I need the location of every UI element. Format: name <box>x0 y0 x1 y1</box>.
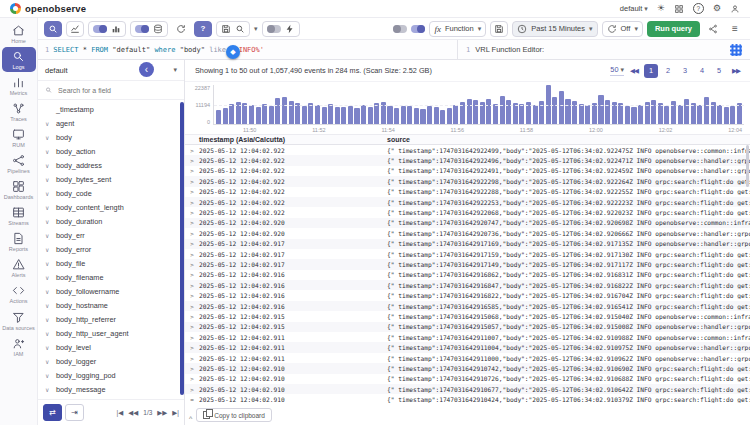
sql-query-editor[interactable]: 1SELECT * FROM "default" where "body" li… <box>38 40 458 59</box>
ai-assistant-button[interactable]: ◆ <box>226 45 240 59</box>
expand-row-icon[interactable]: > <box>185 365 199 372</box>
per-page-selector[interactable]: 50 ▾ <box>610 65 624 76</box>
assist-button[interactable]: ? <box>194 21 212 37</box>
nav-item-datasources[interactable]: Data sources <box>2 308 36 333</box>
field-item-body_logging_pod[interactable]: ∨body_logging_pod <box>38 368 184 382</box>
field-item-body_http_user_agent[interactable]: ∨body_http_user_agent <box>38 326 184 340</box>
expand-row-icon[interactable]: > <box>185 199 199 206</box>
field-item-body_bytes_sent[interactable]: ∨body_bytes_sent <box>38 172 184 186</box>
stream-selector[interactable]: default ▾ <box>38 60 184 81</box>
table-row[interactable]: >2025-05-12 12:04:02.922{"_timestamp":17… <box>185 155 750 165</box>
app-logo[interactable]: openobserve <box>10 3 86 14</box>
field-item-body_address[interactable]: ∨body_address <box>38 158 184 172</box>
field-item-body_file[interactable]: ∨body_file <box>38 256 184 270</box>
expand-row-icon[interactable]: > <box>185 282 199 289</box>
page-button-5[interactable]: 5 <box>712 64 726 78</box>
timestamp-column-header[interactable]: timestamp (Asia/Calcutta) <box>185 136 387 143</box>
saved-views-group[interactable] <box>216 21 250 37</box>
expand-row-icon[interactable]: > <box>185 344 199 351</box>
nav-item-home[interactable]: Home <box>2 21 36 46</box>
nav-item-metrics[interactable]: Metrics <box>2 73 36 98</box>
table-row[interactable]: =2025-05-12 12:04:02.910{"_timestamp":17… <box>185 394 750 404</box>
field-item-body_err[interactable]: ∨body_err <box>38 228 184 242</box>
prev-pages-button[interactable]: ◀◀ <box>630 67 638 75</box>
expand-row-icon[interactable]: > <box>185 209 199 216</box>
help-icon[interactable]: ? <box>693 3 704 14</box>
nav-item-alerts[interactable]: Alerts <box>2 255 36 280</box>
expand-row-icon[interactable]: > <box>185 147 199 154</box>
table-row[interactable]: >2025-05-12 12:04:02.910{"_timestamp":17… <box>185 374 750 384</box>
expand-row-icon[interactable]: > <box>185 178 199 185</box>
table-row[interactable]: >2025-05-12 12:04:02.917{"_timestamp":17… <box>185 249 750 259</box>
field-item-body_level[interactable]: ∨body_level <box>38 340 184 354</box>
source-column-header[interactable]: source <box>387 136 750 143</box>
table-row[interactable]: >2025-05-12 12:04:02.911{"_timestamp":17… <box>185 332 750 342</box>
field-item-body_followername[interactable]: ∨body_followername <box>38 284 184 298</box>
expand-row-icon[interactable]: > <box>185 375 199 382</box>
field-search-input[interactable] <box>56 86 177 95</box>
table-row[interactable]: >2025-05-12 12:04:02.915{"_timestamp":17… <box>185 311 750 321</box>
field-item-body_logger[interactable]: ∨body_logger <box>38 354 184 368</box>
table-row[interactable]: >2025-05-12 12:04:02.916{"_timestamp":17… <box>185 280 750 290</box>
field-item-body_code[interactable]: ∨body_code <box>38 186 184 200</box>
quick-mode-toggle[interactable] <box>267 25 281 33</box>
sql-mode-toggle-group[interactable] <box>130 21 168 37</box>
table-row[interactable]: >2025-05-12 12:04:02.917{"_timestamp":17… <box>185 239 750 249</box>
expand-row-icon[interactable]: > <box>185 188 199 195</box>
saved-views-caret-icon[interactable]: ▾ <box>254 25 258 32</box>
table-row[interactable]: >2025-05-12 12:04:02.915{"_timestamp":17… <box>185 322 750 332</box>
vrl-function-editor[interactable]: 1 VRL Function Editor: <box>458 40 750 59</box>
all-fields-toggle[interactable]: ⇥ <box>65 404 84 421</box>
visualize-chart-button[interactable] <box>66 21 84 37</box>
table-row[interactable]: >2025-05-12 12:04:02.911{"_timestamp":17… <box>185 342 750 352</box>
field-item-_timestamp[interactable]: _timestamp <box>38 102 184 116</box>
expand-row-icon[interactable]: > <box>185 251 199 258</box>
expand-row-icon[interactable]: > <box>185 157 199 164</box>
menu-button[interactable]: ≡ <box>726 21 744 37</box>
page-button-2[interactable]: 2 <box>661 64 675 78</box>
interesting-fields-toggle[interactable]: ⇄ <box>43 404 62 421</box>
field-list-scrollbar[interactable] <box>180 102 184 395</box>
table-scrollbar[interactable] <box>746 145 749 187</box>
table-row[interactable]: >2025-05-12 12:04:02.922{"_timestamp":17… <box>185 187 750 197</box>
theme-sun-icon[interactable]: ☀ <box>657 4 665 13</box>
page-button-1[interactable]: 1 <box>644 64 658 78</box>
table-row[interactable]: >2025-05-12 12:04:02.916{"_timestamp":17… <box>185 270 750 280</box>
expand-row-icon[interactable]: > <box>185 355 199 362</box>
sql-mode-toggle[interactable] <box>135 25 149 33</box>
expand-row-icon[interactable]: > <box>185 230 199 237</box>
nav-item-reports[interactable]: Reports <box>2 229 36 254</box>
field-item-body_filename[interactable]: ∨body_filename <box>38 270 184 284</box>
expand-row-icon[interactable]: > <box>185 219 199 226</box>
quick-mode-group[interactable] <box>262 21 300 37</box>
share-button[interactable] <box>704 21 722 37</box>
table-row[interactable]: >2025-05-12 12:04:02.916{"_timestamp":17… <box>185 301 750 311</box>
field-item-body_action[interactable]: ∨body_action <box>38 144 184 158</box>
field-item-body_duration[interactable]: ∨body_duration <box>38 214 184 228</box>
table-row[interactable]: >2025-05-12 12:04:02.922{"_timestamp":17… <box>185 176 750 186</box>
refresh-results-button[interactable] <box>172 21 190 37</box>
field-item-body_error[interactable]: ∨body_error <box>38 242 184 256</box>
run-query-button[interactable]: Run query <box>647 21 700 37</box>
expand-row-icon[interactable]: > <box>185 261 199 268</box>
table-row[interactable]: >2025-05-12 12:04:02.911{"_timestamp":17… <box>185 353 750 363</box>
nav-item-logs[interactable]: Logs <box>2 47 36 72</box>
next-pages-button[interactable]: ▶▶ <box>732 67 740 75</box>
gear-icon[interactable]: ⚙ <box>713 4 721 13</box>
field-item-body_message[interactable]: ∨body_message <box>38 382 184 396</box>
field-item-body_content_length[interactable]: ∨body_content_length <box>38 200 184 214</box>
save-function-button[interactable] <box>490 21 508 37</box>
wrap-lines-toggle[interactable] <box>393 25 407 33</box>
field-pager-control[interactable]: |◀ <box>117 409 124 417</box>
table-row[interactable]: >2025-05-12 12:04:02.920{"_timestamp":17… <box>185 218 750 228</box>
field-pager-control[interactable]: ▶▶ <box>157 409 167 417</box>
table-row[interactable]: >2025-05-12 12:04:02.917{"_timestamp":17… <box>185 259 750 269</box>
expand-row-icon[interactable]: > <box>185 292 199 299</box>
auto-refresh-dropdown[interactable]: Off ▾ <box>602 21 643 37</box>
field-item-body_http_referrer[interactable]: ∨body_http_referrer <box>38 312 184 326</box>
time-range-dropdown[interactable]: Past 15 Minutes ▾ <box>512 21 597 37</box>
expand-row-icon[interactable]: > <box>185 313 199 320</box>
field-item-body_hostname[interactable]: ∨body_hostname <box>38 298 184 312</box>
nav-item-pipelines[interactable]: Pipelines <box>2 151 36 176</box>
field-item-agent[interactable]: ∨agent <box>38 116 184 130</box>
